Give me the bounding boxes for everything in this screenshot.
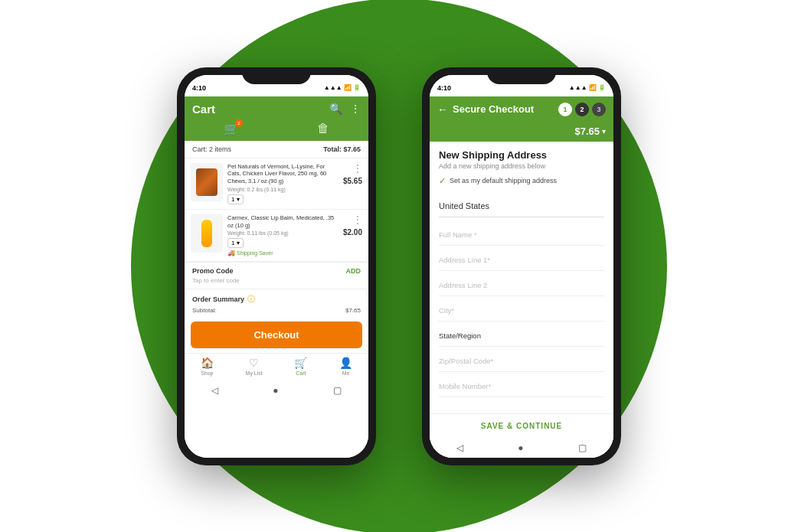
bottom-nav-mylist[interactable]: ♡ My List (246, 357, 263, 376)
shipping-saver-icon: 🚚 (227, 250, 235, 256)
more-options-icon[interactable]: ⋮ (350, 103, 361, 115)
scene: 4:10 ▲▲▲ 📶 🔋 Cart 🔍 ⋮ 🛒 (0, 0, 798, 532)
item-1-image (191, 163, 223, 201)
subtotal-row: Subtotal: $7.65 (192, 307, 361, 314)
search-icon[interactable]: 🔍 (329, 103, 342, 115)
item-1-weight: Weight: 0.2 lbs (0.11 kg) (227, 187, 338, 192)
cart-header: Cart 🔍 ⋮ (185, 96, 368, 122)
checkout-header: ← Secure Checkout 1 2 3 (430, 96, 613, 122)
order-summary-info-icon[interactable]: ⓘ (247, 294, 255, 305)
status-time-cart: 4:10 (192, 84, 206, 92)
address-line1-field[interactable]: Address Line 1* (439, 247, 604, 271)
status-time-checkout: 4:10 (437, 84, 451, 92)
cart-item-1: Pet Naturals of Vermont, L-Lysine, For C… (185, 158, 368, 210)
item-2-qty: 1 ▾ (227, 238, 338, 248)
promo-title: Promo Code (192, 267, 234, 275)
item-1-name: Pet Naturals of Vermont, L-Lysine, For C… (227, 163, 338, 185)
order-summary: Order Summary ⓘ Subtotal: $7.65 (185, 289, 368, 317)
state-region-label: State/Region (439, 331, 481, 340)
back-arrow-icon[interactable]: ← (437, 103, 448, 116)
item-2-qty-select[interactable]: 1 ▾ (227, 238, 244, 248)
checkout-price: $7.65 (574, 126, 600, 137)
cart-info-bar: Cart: 2 items Total: $7.65 (185, 141, 368, 158)
state-region-field[interactable]: State/Region (439, 323, 604, 347)
cart-nav-label: Cart (296, 370, 306, 376)
back-button-checkout[interactable]: ◁ (456, 442, 463, 453)
total-label: Total: (323, 145, 342, 153)
zip-placeholder: Zip/Postal Code* (439, 357, 493, 365)
status-icons-cart: ▲▲▲ 📶 🔋 (324, 84, 361, 91)
cart-content: Cart: 2 items Total: $7.65 Pet Naturals … (185, 141, 368, 458)
promo-input[interactable]: Tap to enter code (192, 277, 361, 284)
cart-header-icons: 🔍 ⋮ (329, 103, 361, 115)
order-summary-title: Order Summary (192, 295, 244, 303)
back-button-cart[interactable]: ◁ (211, 385, 218, 396)
recents-button-checkout[interactable]: ▢ (578, 442, 587, 453)
item-1-menu-icon[interactable]: ⋮ (353, 163, 362, 174)
notch-cart (242, 67, 311, 84)
checkout-steps: 1 2 3 (558, 103, 606, 116)
city-field[interactable]: City* (439, 298, 604, 321)
cart-tab-delete[interactable]: 🗑 (317, 122, 329, 136)
address-subtitle: Add a new shipping address below (439, 162, 604, 170)
cart-nav-icon: 🛒 (294, 357, 307, 369)
zip-field[interactable]: Zip/Postal Code* (439, 348, 604, 372)
default-checkbox[interactable]: ✓ Set as my default shipping address (439, 176, 604, 186)
checkout-header-left: ← Secure Checkout (437, 103, 534, 116)
address-line2-field[interactable]: Address Line 2 (439, 273, 604, 296)
shipping-saver-text: Shipping Saver (237, 250, 273, 256)
item-2-menu-icon[interactable]: ⋮ (353, 214, 362, 225)
item-2-image (191, 214, 223, 253)
default-label: Set as my default shipping address (450, 177, 557, 184)
country-name: United States (439, 201, 489, 211)
save-continue-button[interactable]: SAVE & CONTINUE (439, 422, 604, 430)
item-2-details: Carmex, Classic Lip Balm, Medicated, .35… (227, 214, 338, 257)
shop-icon: 🏠 (201, 357, 214, 369)
item-2-name: Carmex, Classic Lip Balm, Medicated, .35… (227, 214, 338, 230)
item-1-qty-select[interactable]: 1 ▾ (227, 194, 244, 204)
mobile-placeholder: Mobile Number* (439, 382, 491, 390)
cart-phone: 4:10 ▲▲▲ 📶 🔋 Cart 🔍 ⋮ 🛒 (177, 67, 376, 465)
item-1-details: Pet Naturals of Vermont, L-Lysine, For C… (227, 163, 338, 204)
promo-header: Promo Code ADD (192, 267, 361, 275)
mylist-icon: ♡ (249, 357, 259, 369)
subtotal-label: Subtotal: (192, 307, 217, 314)
checkout-content: New Shipping Address Add a new shipping … (430, 142, 613, 458)
promo-section: Promo Code ADD Tap to enter code (185, 262, 368, 289)
address-line2-placeholder: Address Line 2 (439, 281, 487, 289)
home-button-checkout[interactable]: ● (518, 442, 523, 453)
item-2-weight: Weight: 0.11 lbs (0.05 kg) (227, 230, 338, 236)
item-2-shipping: 🚚 Shipping Saver (227, 250, 338, 256)
checkout-phone: 4:10 ▲▲▲ 📶 🔋 ← Secure Checkout 1 2 (422, 67, 621, 465)
bottom-nav-cart[interactable]: 🛒 Cart (294, 357, 307, 376)
bottom-nav-shop[interactable]: 🏠 Shop (201, 357, 214, 376)
step-1: 1 (558, 103, 572, 116)
subtotal-value: $7.65 (345, 307, 361, 314)
promo-add-button[interactable]: ADD (346, 267, 361, 275)
checkout-price-bar[interactable]: $7.65 ▾ (430, 122, 613, 142)
country-selector[interactable]: United States (439, 194, 604, 217)
cart-tab-cart[interactable]: 🛒 2 (224, 122, 239, 136)
notch-checkout (487, 67, 556, 84)
total-value: $7.65 (343, 145, 361, 153)
item-2-price: $2.00 (343, 228, 362, 237)
full-name-placeholder: Full Name * (439, 230, 477, 239)
recents-button-cart[interactable]: ▢ (333, 385, 342, 396)
bottom-nav-me[interactable]: 👤 Me (339, 357, 352, 376)
full-name-field[interactable]: Full Name * (439, 222, 604, 246)
item-1-right: ⋮ $5.65 (343, 163, 362, 185)
mobile-field[interactable]: Mobile Number* (439, 374, 604, 397)
item-1-qty: 1 ▾ (227, 194, 338, 204)
cart-phone-inner: 4:10 ▲▲▲ 📶 🔋 Cart 🔍 ⋮ 🛒 (185, 75, 368, 458)
address-section: New Shipping Address Add a new shipping … (430, 142, 613, 413)
home-button-cart[interactable]: ● (273, 385, 278, 396)
item-2-right: ⋮ $2.00 (343, 214, 362, 237)
checkout-button[interactable]: Checkout (191, 321, 362, 348)
shop-label: Shop (201, 370, 213, 376)
delete-icon: 🗑 (317, 122, 329, 135)
me-label: Me (342, 370, 350, 376)
carmex-product-image (201, 220, 212, 247)
checkmark-icon: ✓ (439, 176, 446, 186)
item-1-price: $5.65 (343, 177, 362, 185)
cart-tabs: 🛒 2 🗑 (185, 122, 368, 141)
